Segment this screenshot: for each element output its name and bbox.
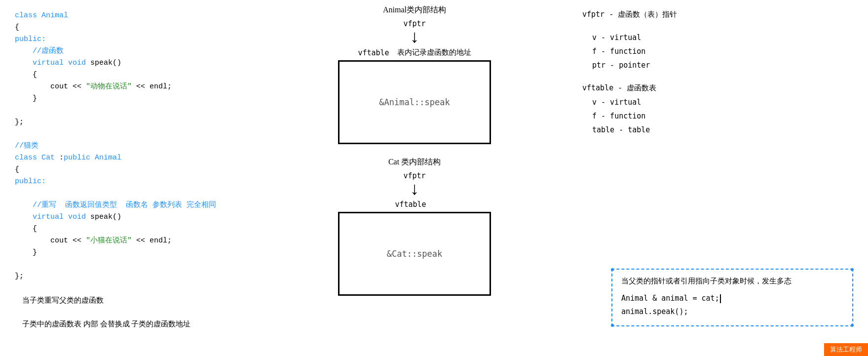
code-line: //重写 函数返回值类型 函数名 参数列表 完全相同 — [15, 199, 247, 211]
corner-dot-bl — [611, 324, 614, 327]
cat-arrow: ↓ — [409, 181, 420, 199]
code-line: public: — [15, 34, 247, 45]
cat-box: &Cat::speak — [338, 212, 491, 296]
cat-diagram: Cat 类内部结构 vfptr ↓ vftable &Cat::speak — [271, 157, 558, 300]
code-line: { — [15, 164, 247, 176]
animal-diagram-title: Animal类内部结构 — [383, 5, 446, 15]
term-vftable-line: vftable - 虚函数表 — [582, 83, 853, 93]
term-f2-function: f - function — [592, 112, 853, 120]
text-cursor — [720, 294, 721, 303]
poly-title: 当父类的指针或者引用指向子类对象时候，发生多态 — [621, 277, 843, 286]
corner-dot-br — [851, 324, 854, 327]
term-v2-virtual: v - virtual — [592, 98, 853, 107]
bottom-bar-text: 算法工程师 — [830, 346, 862, 353]
poly-code-line2: animal.speak(); — [621, 305, 843, 318]
animal-box: &Animal::speak — [338, 60, 491, 144]
poly-code-text2: animal.speak(); — [621, 307, 688, 316]
center-panel: Animal类内部结构 vfptr ↓ vftable 表内记录虚函数的地址 &… — [262, 0, 567, 356]
term-vftable-text: vftable - 虚函数表 — [582, 83, 656, 92]
cat-box-content: &Cat::speak — [387, 249, 443, 259]
code-line: public: — [15, 176, 247, 188]
code-line — [15, 105, 247, 117]
code-line: class Cat :public Animal — [15, 152, 247, 164]
term-vfptr-line: vfptr - 虚函数（表）指针 — [582, 10, 853, 19]
cat-vftable-row: vftable — [395, 200, 434, 209]
poly-code-text1: Animal & animal = cat; — [621, 292, 719, 305]
term-vftable-section: vftable - 虚函数表 — [582, 83, 853, 93]
term-vf-breakdown: v - virtual f - function ptr - pointer — [592, 33, 853, 70]
poly-box: 当父类的指针或者引用指向子类对象时候，发生多态 Animal & animal … — [611, 269, 853, 326]
animal-box-content: &Animal::speak — [379, 97, 450, 107]
cat-vfptr-label: vfptr — [403, 171, 425, 180]
code-block: class Animal { public: //虚函数 virtual voi… — [15, 10, 247, 330]
bottom-bar: 算法工程师 — [824, 343, 868, 356]
code-line — [15, 259, 247, 271]
code-line: } — [15, 93, 247, 105]
corner-dot-tr — [851, 268, 854, 271]
animal-vftable-label: vftable — [358, 48, 389, 57]
cat-vftable-label: vftable — [395, 200, 426, 209]
main-container: class Animal { public: //虚函数 virtual voi… — [0, 0, 868, 356]
code-line: cout << "动物在说话" << endl; — [15, 81, 247, 93]
term-v-virtual: v - virtual — [592, 33, 853, 42]
code-line: }; — [15, 271, 247, 282]
code-line: } — [15, 247, 247, 259]
corner-dot-tl — [611, 268, 614, 271]
code-line — [15, 128, 247, 140]
code-line: { — [15, 69, 247, 81]
code-line — [15, 188, 247, 199]
animal-vftable-row: vftable 表内记录虚函数的地址 — [358, 48, 471, 57]
term-vfptr: vfptr - 虚函数（表）指针 — [582, 10, 853, 19]
animal-arrow: ↓ — [409, 29, 420, 47]
code-line: cout << "小猫在说话" << endl; — [15, 235, 247, 247]
code-line: }; — [15, 117, 247, 128]
code-line — [15, 306, 247, 318]
poly-code: Animal & animal = cat; animal.speak(); — [621, 292, 843, 318]
code-line: class Animal — [15, 10, 247, 22]
code-line — [15, 282, 247, 294]
code-line: 当子类重写父类的虚函数 — [15, 294, 247, 306]
animal-diagram: Animal类内部结构 vfptr ↓ vftable 表内记录虚函数的地址 &… — [271, 5, 558, 148]
code-line: //虚函数 — [15, 45, 247, 57]
code-line: { — [15, 223, 247, 235]
animal-vfptr-label: vfptr — [403, 19, 425, 28]
code-line: { — [15, 22, 247, 34]
code-line: virtual void speak() — [15, 57, 247, 69]
term-vfptr-text: vfptr - 虚函数（表）指针 — [582, 10, 677, 19]
left-panel: class Animal { public: //虚函数 virtual voi… — [0, 0, 262, 356]
code-line: //猫类 — [15, 140, 247, 152]
poly-code-line1: Animal & animal = cat; — [621, 292, 843, 305]
right-panel: vfptr - 虚函数（表）指针 v - virtual f - functio… — [567, 0, 868, 356]
cat-diagram-title: Cat 类内部结构 — [388, 157, 441, 167]
code-line: 子类中的虚函数表 内部 会替换成 子类的虚函数地址 — [15, 318, 247, 330]
term-f-function: f - function — [592, 47, 853, 56]
code-line: virtual void speak() — [15, 211, 247, 223]
animal-vftable-desc: 表内记录虚函数的地址 — [397, 48, 471, 57]
term-vft-breakdown: v - virtual f - function table - table — [592, 98, 853, 134]
term-table-table: table - table — [592, 125, 853, 134]
term-ptr-pointer: ptr - pointer — [592, 61, 853, 70]
